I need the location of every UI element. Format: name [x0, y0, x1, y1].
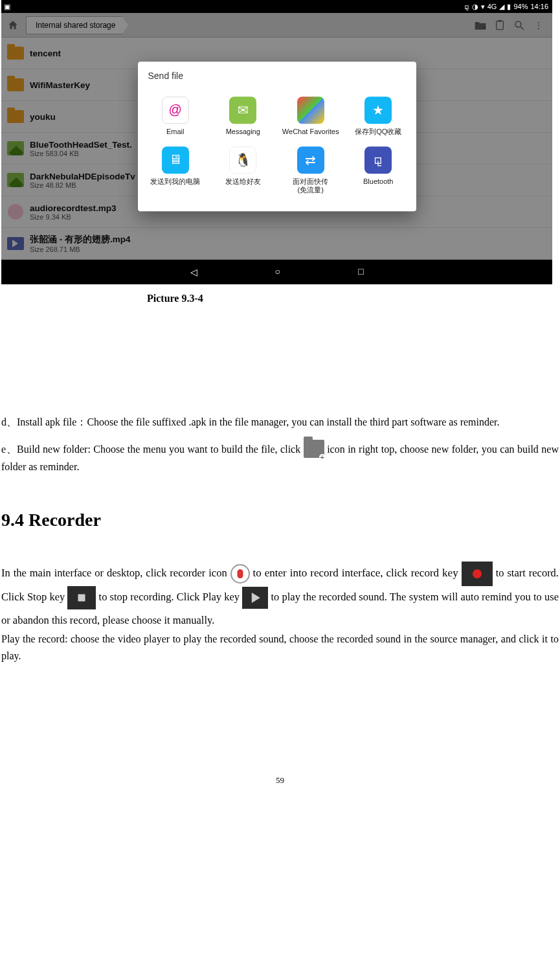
sync-icon: ◑: [472, 3, 478, 11]
svg-rect-2: [498, 20, 501, 22]
folder-icon: [7, 78, 24, 91]
file-size: Size 9.34 KB: [30, 213, 117, 221]
share-target-bluetooth[interactable]: ⚼Bluetooth: [344, 141, 412, 199]
share-target-email[interactable]: @Email: [142, 91, 210, 141]
share-label: 发送给好友: [225, 177, 261, 186]
text-span: In the main interface or desktop, click …: [1, 567, 230, 579]
clipboard-icon[interactable]: [490, 19, 510, 31]
recorder-paragraph-2: Play the record: choose the video player…: [1, 631, 559, 664]
recorder-paragraph-1: In the main interface or desktop, click …: [1, 562, 559, 631]
clock: 14:16: [530, 3, 548, 10]
new-folder-icon[interactable]: +: [471, 19, 490, 31]
share-target-face-to-face[interactable]: ⇄面对面快传 (免流量): [277, 141, 345, 199]
file-name: DarkNebulaHDEpisodeTv: [30, 172, 135, 181]
file-name: WifiMasterKey: [30, 80, 90, 90]
svg-line-4: [521, 27, 524, 30]
image-file-icon: [7, 173, 24, 187]
paragraph-e: e、Build new folder: Choose the menu you …: [1, 441, 559, 474]
share-label: Messaging: [226, 128, 260, 136]
search-icon[interactable]: [510, 19, 529, 31]
picture-icon: ▣: [4, 3, 10, 11]
new-folder-icon: [304, 440, 324, 458]
email-icon: @: [162, 96, 189, 124]
messaging-icon: ✉: [229, 96, 256, 124]
file-name: BlueToothHeadSet_Test.: [30, 140, 132, 150]
share-target-messaging[interactable]: ✉Messaging: [209, 91, 277, 141]
share-target-qq-friend[interactable]: 🐧发送给好友: [209, 141, 277, 199]
figure-caption: Picture 9.3-4: [1, 284, 559, 306]
toolbar: Internal shared storage + ⋮: [1, 13, 552, 38]
share-label: 发送到我的电脑: [150, 177, 200, 186]
record-key-icon: [462, 562, 493, 586]
send-file-dialog: Send file @Email ✉Messaging WeChat Favor…: [138, 62, 416, 212]
status-bar: ▣ ⚼ ◑ ▾ 4G ◢ ▮ 94% 14:16: [1, 0, 552, 13]
breadcrumb-label: Internal shared storage: [36, 21, 115, 30]
text-span: e、Build new folder: Choose the menu you …: [1, 444, 304, 455]
recents-button[interactable]: □: [358, 267, 363, 277]
file-size: Size 583.04 KB: [30, 150, 132, 157]
file-name: 张韶涵 - 有形的翅膀.mp4: [30, 234, 131, 245]
face-to-face-icon: ⇄: [297, 146, 324, 174]
audio-file-icon: [8, 204, 23, 220]
file-size: Size 268.71 MB: [30, 245, 131, 253]
bluetooth-icon: ⚼: [464, 3, 469, 11]
text-span: to enter into record interface, click re…: [253, 567, 462, 579]
share-label: Email: [166, 128, 185, 136]
page-number: 59: [1, 775, 559, 800]
nav-bar: ◁ ○ □: [1, 260, 552, 284]
breadcrumb[interactable]: Internal shared storage: [26, 16, 122, 34]
share-target-my-pc[interactable]: 🖥发送到我的电脑: [142, 141, 210, 199]
wifi-icon: ▾: [481, 3, 485, 11]
share-label: WeChat Favorites: [282, 128, 339, 136]
wechat-favorites-icon: [297, 96, 324, 124]
section-heading: 9.4 Recorder: [1, 507, 559, 534]
battery-level: 94%: [513, 3, 528, 10]
svg-text:+: +: [483, 24, 486, 30]
share-label: 保存到QQ收藏: [355, 128, 401, 136]
signal-icon: ◢: [499, 3, 504, 11]
back-button[interactable]: ◁: [190, 267, 197, 278]
dialog-title: Send file: [138, 62, 416, 86]
share-target-wechat[interactable]: WeChat Favorites: [277, 91, 345, 141]
text-span: to stop recording. Click Play key: [99, 591, 243, 603]
share-grid: @Email ✉Messaging WeChat Favorites ★保存到Q…: [138, 86, 416, 212]
overflow-icon[interactable]: ⋮: [529, 21, 548, 30]
share-label: Bluetooth: [363, 177, 393, 186]
play-key-icon: [242, 587, 268, 609]
home-icon[interactable]: [5, 17, 21, 33]
qq-favorites-icon: ★: [364, 96, 392, 124]
screenshot: ▣ ⚼ ◑ ▾ 4G ◢ ▮ 94% 14:16 Internal shared…: [1, 0, 552, 284]
file-name: tencent: [30, 49, 61, 58]
battery-icon: ▮: [507, 3, 511, 11]
folder-icon: [7, 110, 24, 123]
list-item[interactable]: 张韶涵 - 有形的翅膀.mp4Size 268.71 MB: [1, 228, 552, 260]
paragraph-d: d、Install apk file：Choose the file suffi…: [1, 414, 559, 429]
image-file-icon: [7, 141, 24, 155]
video-file-icon: [7, 237, 24, 250]
share-target-qq-favorites[interactable]: ★保存到QQ收藏: [344, 91, 412, 141]
folder-icon: [7, 47, 24, 60]
recorder-icon: [230, 564, 250, 584]
stop-key-icon: [67, 586, 96, 609]
share-label: 面对面快传 (免流量): [293, 177, 328, 194]
svg-rect-1: [497, 21, 504, 29]
network-label: 4G: [487, 3, 497, 10]
send-to-pc-icon: 🖥: [162, 146, 189, 174]
home-button[interactable]: ○: [275, 267, 280, 277]
svg-point-3: [515, 21, 521, 27]
qq-friend-icon: 🐧: [229, 146, 256, 174]
bluetooth-share-icon: ⚼: [364, 146, 392, 174]
file-size: Size 48.82 MB: [30, 181, 135, 189]
file-name: audiorecordtest.mp3: [30, 203, 117, 213]
file-name: youku: [30, 112, 56, 122]
